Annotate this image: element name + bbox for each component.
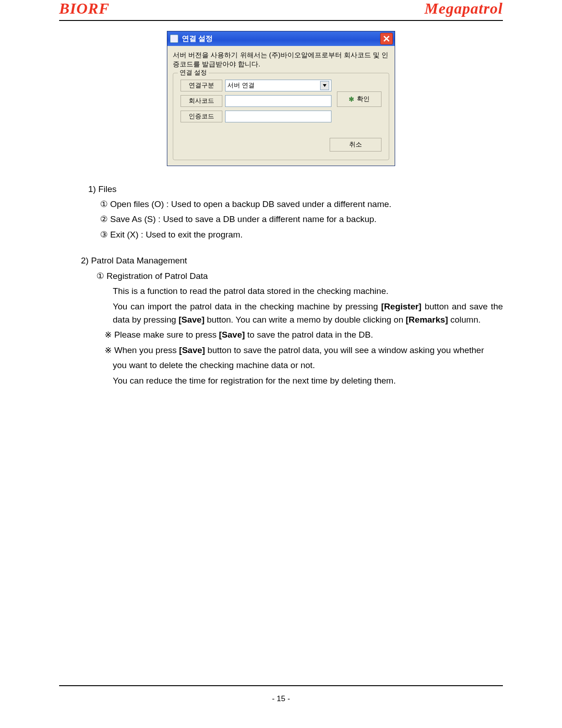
label-company-code: 회사코드 bbox=[181, 95, 222, 107]
close-icon bbox=[383, 35, 390, 42]
section-2-heading: 2) Patrol Data Management bbox=[81, 254, 503, 267]
label-auth-code: 인증코드 bbox=[181, 111, 222, 122]
chevron-down-icon bbox=[320, 81, 329, 90]
section-2-note-1: ※ Please make sure to press [Save] to sa… bbox=[105, 328, 503, 341]
section-2-note-2: ※ When you press [Save] button to save t… bbox=[105, 344, 503, 357]
ok-button[interactable]: ✻ 확인 bbox=[337, 91, 381, 107]
check-icon: ✻ bbox=[349, 96, 354, 103]
auth-code-input[interactable] bbox=[225, 111, 331, 122]
ok-button-label: 확인 bbox=[357, 95, 370, 103]
dialog-message: 서버 버전을 사용하기 위해서는 (주)바이오알에프로부터 회사코드 및 인증코… bbox=[173, 51, 389, 69]
connection-type-combo[interactable]: 서버 연결 bbox=[225, 80, 331, 91]
section-1-item-2: ② Save As (S) : Used to save a DB under … bbox=[100, 212, 503, 226]
connection-fieldset: 연결 설정 연결구분 서버 연결 bbox=[173, 73, 389, 160]
connection-settings-dialog: 연결 설정 서버 버전을 사용하기 위해서는 (주)바이오알에프로부터 회사코드… bbox=[167, 31, 395, 166]
company-code-input[interactable] bbox=[225, 95, 331, 107]
dialog-title: 연결 설정 bbox=[182, 34, 380, 44]
fieldset-legend: 연결 설정 bbox=[178, 69, 209, 77]
section-1-item-1: ① Open files (O) : Used to open a backup… bbox=[100, 197, 503, 211]
section-2-note-2b: you want to delete the checking machine … bbox=[113, 359, 503, 372]
cancel-button-label: 취소 bbox=[349, 141, 362, 149]
brand-right: Megapatrol bbox=[425, 0, 503, 17]
section-2-item-1: ① Registration of Patrol Data bbox=[96, 269, 503, 283]
app-icon bbox=[170, 35, 178, 43]
section-1-heading: 1) Files bbox=[88, 182, 503, 196]
brand-left: BIORF bbox=[59, 0, 110, 17]
section-1-item-3: ③ Exit (X) : Used to exit the program. bbox=[100, 228, 503, 241]
section-2-para-2: You can import the patrol data in the ch… bbox=[113, 300, 503, 327]
label-connection-type: 연결구분 bbox=[181, 80, 222, 91]
section-2-note-2c: You can reduce the time for registration… bbox=[113, 374, 503, 387]
document-body: 1) Files ① Open files (O) : Used to open… bbox=[59, 182, 503, 388]
dialog-titlebar: 연결 설정 bbox=[167, 31, 395, 46]
section-2-para-1: This is a function to read the patrol da… bbox=[113, 284, 503, 298]
header-rule bbox=[59, 20, 503, 21]
cancel-button[interactable]: 취소 bbox=[330, 138, 381, 152]
footer-rule bbox=[59, 685, 503, 686]
close-button[interactable] bbox=[380, 33, 393, 45]
page-number: - 15 - bbox=[59, 694, 503, 703]
combo-value: 서버 연결 bbox=[227, 81, 255, 90]
